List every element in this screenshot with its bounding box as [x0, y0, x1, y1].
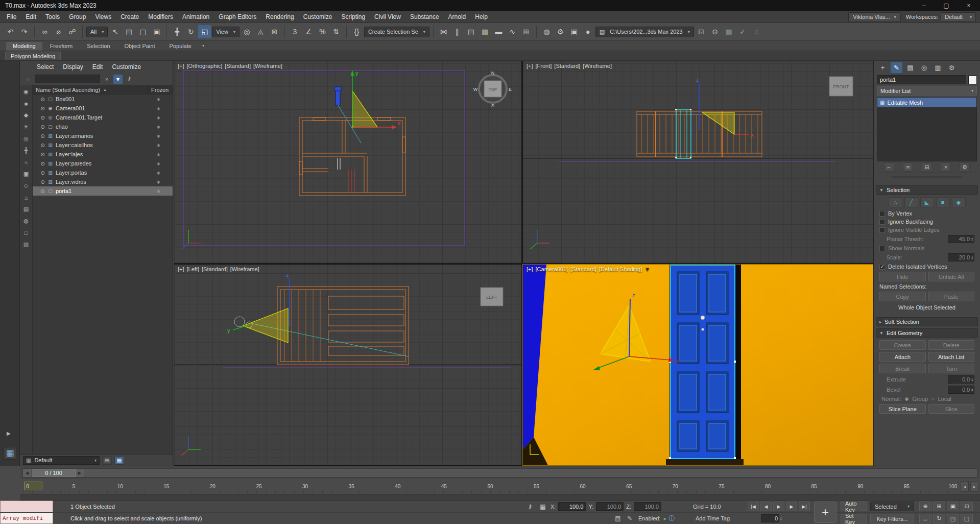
workspace-dropdown[interactable]: Default ▾ — [941, 12, 976, 22]
menubar-item[interactable]: Help — [470, 11, 492, 22]
frozen-toggle-icon[interactable]: ∗ — [148, 133, 173, 139]
display-layers-icon[interactable]: ▥ — [22, 241, 31, 248]
visibility-eye-icon[interactable]: ⊙ — [39, 115, 46, 121]
viewport-orthographic[interactable]: [+] [Orthographic] [Standard] [Wireframe… — [174, 61, 522, 264]
align-icon[interactable]: ∥ — [451, 25, 464, 38]
visibility-eye-icon[interactable]: ⊙ — [39, 133, 46, 139]
edit-geometry-rollout-header[interactable]: ▼ Edit Geometry — [876, 328, 978, 338]
display-spacewarps-icon[interactable]: ≈ — [22, 158, 31, 166]
z-coordinate-field[interactable]: 100.0 — [634, 502, 661, 511]
scene-object-row[interactable]: ⊙ ▥ Layer:lajes ∗ — [33, 150, 173, 159]
layer-explorer-mini-icon[interactable]: ▤ — [102, 456, 112, 465]
clear-search-icon[interactable]: × — [102, 75, 111, 84]
rendered-frame-icon[interactable]: ▣ — [568, 25, 581, 38]
frame-tick-label[interactable]: 10 — [115, 484, 125, 489]
group-radio[interactable]: ◉ — [905, 396, 909, 401]
account-dropdown[interactable]: Viktoriia Vlas... ▾ — [848, 12, 901, 22]
planar-thresh-spinner[interactable]: 45.0 ▴▾ — [948, 235, 974, 243]
viewport-menu-plus[interactable]: [+] — [178, 63, 184, 69]
track-bar[interactable] — [20, 494, 980, 501]
motion-tab[interactable]: ◎ — [918, 62, 930, 73]
turn-button[interactable]: Turn — [928, 364, 975, 373]
menubar-item[interactable]: Arnold — [444, 11, 471, 22]
menubar-item[interactable]: Customize — [299, 11, 337, 22]
ribbon-tab[interactable]: Populate — [162, 42, 198, 51]
select-and-manipulate-icon[interactable]: ◬ — [254, 25, 267, 38]
display-containers-icon[interactable]: ▤ — [22, 205, 31, 213]
visibility-eye-icon[interactable]: ⊙ — [39, 106, 46, 111]
viewport-front[interactable]: [+] [Front] [Standard] [Wireframe] — [522, 61, 873, 264]
grid-mode-icon[interactable]: ▦ — [114, 456, 124, 465]
display-cameras-icon[interactable]: ◎ — [22, 135, 31, 142]
frame-tick-label[interactable]: 50 — [486, 484, 495, 489]
stack-item-editable-mesh[interactable]: ▦ Editable Mesh — [877, 98, 976, 107]
frame-tick-label[interactable]: 60 — [578, 484, 587, 489]
delete-isolated-checkbox[interactable]: ✓ — [879, 264, 885, 270]
zoom-region-icon[interactable]: ⊡ — [961, 502, 973, 511]
vertex-subobject-icon[interactable]: ∴ — [889, 197, 902, 207]
soft-selection-rollout-header[interactable]: ▸ Soft Selection — [876, 317, 978, 326]
frozen-toggle-icon[interactable]: ∗ — [148, 124, 173, 130]
select-and-scale-icon[interactable]: ◱ — [198, 25, 211, 38]
modify-tab[interactable]: ✎ — [891, 62, 902, 73]
object-color-swatch[interactable] — [968, 76, 977, 84]
rect-selection-region-icon[interactable]: ▢ — [136, 25, 149, 38]
close-button[interactable]: × — [958, 0, 980, 11]
spinner-arrows-icon[interactable]: ▴▾ — [971, 255, 973, 260]
select-object-icon[interactable]: ↖ — [109, 25, 122, 38]
display-tab[interactable]: ▥ — [932, 62, 944, 73]
display-all-icon[interactable]: ◉ — [22, 88, 31, 96]
display-groups-icon[interactable]: ▣ — [22, 170, 31, 178]
menubar-item[interactable]: Graph Editors — [214, 11, 261, 22]
viewport-menu-pov[interactable]: [Camera001] — [536, 266, 568, 272]
column-header-name[interactable]: Name (Sorted Ascending) ▲ — [33, 87, 148, 93]
create-button[interactable]: Create — [879, 340, 926, 350]
viewport-menu-standard[interactable]: [Standard] — [554, 63, 580, 69]
frozen-toggle-icon[interactable]: ∗ — [148, 170, 173, 176]
y-coordinate-field[interactable]: 100.0 — [596, 502, 624, 511]
delete-button[interactable]: Delete — [928, 340, 975, 350]
timeline-scroll-left-icon[interactable]: ◂ — [961, 481, 969, 492]
select-and-rotate-icon[interactable]: ↻ — [184, 25, 197, 38]
keyboard-override-icon[interactable]: ⊠ — [268, 25, 281, 38]
scene-explorer-menu-item[interactable]: Display — [58, 63, 87, 70]
zoom-all-icon[interactable]: ⊞ — [933, 502, 945, 511]
frozen-toggle-icon[interactable]: ∗ — [148, 106, 173, 111]
zoom-extents-icon[interactable]: ▣ — [947, 502, 959, 511]
filter-funnel-icon[interactable]: ▼ — [113, 75, 123, 84]
ribbon-options-icon[interactable]: ▾ — [202, 43, 204, 51]
timeline-ruler[interactable]: 0510152025303540455055606570758085909510… — [20, 479, 980, 494]
select-by-name-icon[interactable]: ▤ — [123, 25, 135, 38]
select-and-link-icon[interactable]: ∞ — [38, 25, 51, 38]
validity-icon[interactable]: ✓ — [736, 25, 749, 38]
add-time-tag[interactable]: Add Time Tag — [696, 513, 730, 524]
visibility-eye-icon[interactable]: ⊙ — [39, 179, 46, 185]
scene-object-row[interactable]: ⊙ ▥ Layer:vidros ∗ — [33, 177, 173, 186]
ribbon-tab[interactable]: Selection — [80, 42, 116, 51]
viewport-camera001[interactable]: z x [+] [Camera001] [Standard] [Default … — [522, 264, 873, 466]
scene-object-row[interactable]: ⊙ ▢ porta1 ∗ — [33, 186, 173, 196]
display-objects-icon[interactable]: □ — [22, 229, 31, 236]
configure-modifier-sets-icon[interactable]: ⚙ — [960, 162, 970, 172]
visibility-eye-icon[interactable]: ⊙ — [39, 142, 46, 148]
viewport-menu-pov[interactable]: [Orthographic] — [187, 63, 223, 69]
display-helpers-icon[interactable]: ╋ — [22, 147, 31, 154]
maxscript-mini-listener[interactable]: Array modifi — [0, 513, 53, 524]
modifier-stack[interactable]: ▦ Editable Mesh — [877, 97, 977, 161]
display-materials-icon[interactable]: ◍ — [22, 217, 31, 225]
utilities-tab[interactable]: ⚙ — [946, 62, 958, 73]
element-subobject-icon[interactable]: ◆ — [952, 197, 966, 207]
menubar-item[interactable]: Civil View — [370, 11, 405, 22]
extrude-spinner[interactable]: 0.0 ▴▾ — [948, 375, 974, 384]
macro-recorder-icon[interactable]: ✎ — [625, 514, 635, 523]
dock-grid-icon[interactable]: ▦ — [4, 447, 16, 460]
by-vertex-checkbox[interactable] — [879, 211, 885, 217]
menubar-item[interactable]: Group — [64, 11, 90, 22]
frozen-toggle-icon[interactable]: ∗ — [148, 179, 173, 185]
timeline-scroll-right-icon[interactable]: ▸ — [970, 481, 978, 492]
frozen-toggle-icon[interactable]: ∗ — [148, 152, 173, 157]
local-radio[interactable]: ○ — [931, 396, 934, 401]
scene-explorer-menu-item[interactable]: Select — [32, 63, 58, 70]
face-subobject-icon[interactable]: ◣ — [920, 197, 934, 207]
frozen-toggle-icon[interactable]: ∗ — [148, 188, 173, 194]
